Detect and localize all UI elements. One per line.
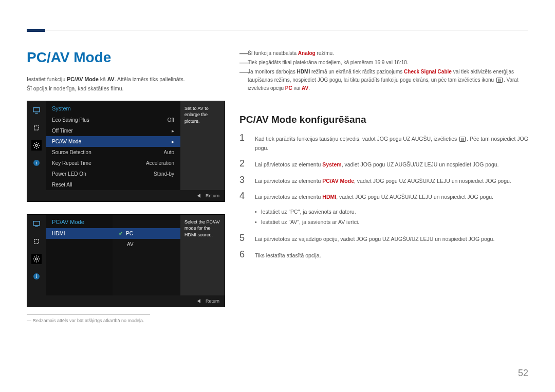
- osd-help-text: Select the PC/AV mode for the HDMI sourc…: [180, 215, 225, 295]
- step-num: 4: [239, 191, 249, 202]
- svg-text:i: i: [36, 274, 38, 279]
- osd-opt-pc[interactable]: ✔PC: [113, 228, 180, 239]
- return-label[interactable]: Return: [206, 193, 219, 198]
- step-5: 5 Lai pārvietotos uz vajadzīgo opciju, v…: [239, 233, 528, 244]
- txt: Lai pārvietotos uz vajadzīgo opciju, vad…: [255, 233, 528, 244]
- label: Eco Saving Plus: [52, 117, 89, 123]
- return-label[interactable]: Return: [206, 298, 219, 304]
- txt: kā: [99, 76, 107, 82]
- label: HDMI: [52, 231, 65, 236]
- monitor-icon[interactable]: [31, 105, 42, 116]
- step-2: 2 Lai pārvietotos uz elementu System, va…: [239, 158, 528, 170]
- note-2: ― Tiek piegādāts tikai platekrāna modeļi…: [239, 59, 528, 67]
- label: AV: [127, 241, 134, 247]
- kw-hdmi: HDMI: [297, 69, 310, 74]
- osd-row-eco[interactable]: Eco Saving PlusOff: [46, 115, 180, 125]
- left-column: PC/AV Mode Iestatiet funkciju PC/AV Mode…: [27, 49, 227, 323]
- kw-check-cable: Check Signal Cable: [404, 69, 452, 74]
- step-4: 4 Lai pārvietotos uz elementu HDMI, vadi…: [239, 191, 528, 202]
- step4-bullets: Iestatiet uz "PC", ja savienots ar dator…: [255, 207, 528, 228]
- svg-rect-8: [34, 239, 39, 244]
- svg-rect-6: [33, 221, 40, 225]
- gear-icon[interactable]: [31, 140, 42, 151]
- txt: Tiek piegādāts tikai platekrāna modeļiem…: [248, 59, 528, 67]
- osd-options: ✔PC AV: [113, 215, 180, 295]
- osd-row-source[interactable]: Source DetectionAuto: [46, 147, 180, 158]
- nav-left-icon[interactable]: [197, 194, 200, 198]
- osd-opt-av[interactable]: AV: [113, 239, 180, 250]
- osd-main: System Eco Saving PlusOff Off Timer▸ PC/…: [46, 101, 180, 190]
- osd-row-hdmi[interactable]: HDMI: [46, 228, 113, 239]
- label: PC/AV Mode: [52, 139, 81, 144]
- osd-row-keyrepeat[interactable]: Key Repeat TimeAcceleration: [46, 158, 180, 169]
- bullet-av: Iestatiet uz "AV", ja savienots ar AV ie…: [255, 217, 528, 228]
- osd-system-menu: i System Eco Saving PlusOff Off Timer▸ P…: [27, 101, 225, 202]
- txt: Tiks iestatīta atlasītā opcija.: [255, 249, 528, 260]
- steps: 1 Kad tiek parādīts funkcijas taustiņu c…: [239, 133, 528, 260]
- txt: , vadiet JOG pogu UZ AUGŠU/UZ LEJU un no…: [354, 178, 511, 184]
- svg-rect-2: [34, 126, 39, 130]
- osd-rail: i: [27, 215, 46, 295]
- kw-pcav: PC/AV Mode: [67, 76, 99, 82]
- label: Source Detection: [52, 150, 91, 155]
- bullet-pc: Iestatiet uz "PC", ja savienots ar dator…: [255, 207, 528, 217]
- txt: Lai pārvietotos uz elementu: [255, 194, 322, 200]
- txt: , vadiet JOG pogu UZ AUGŠU/UZ LEJU un no…: [336, 194, 493, 200]
- label: Key Repeat Time: [52, 160, 91, 166]
- gear-icon[interactable]: [31, 254, 42, 264]
- kw-pc: PC: [285, 85, 292, 91]
- step-6: 6 Tiks iestatīta atlasītā opcija.: [239, 249, 528, 260]
- info-icon[interactable]: i: [31, 158, 42, 168]
- txt: Lai pārvietotos uz elementu: [255, 161, 322, 167]
- menu-icon: [459, 137, 466, 142]
- kw-pcav: PC/AV Mode: [322, 178, 354, 184]
- page-number: 52: [518, 368, 528, 379]
- kw-analog: Analog: [298, 50, 316, 56]
- intro-line-1: Iestatiet funkciju PC/AV Mode kā AV. Att…: [27, 75, 227, 84]
- svg-point-3: [35, 144, 38, 146]
- osd-row-powerled[interactable]: Power LED OnStand-by: [46, 169, 180, 179]
- note-3: ― Ja monitors darbojas HDMI režīmā un ek…: [239, 68, 528, 92]
- kw-av: AV: [302, 85, 308, 91]
- step-num: 5: [239, 233, 249, 244]
- txt: Ja monitors darbojas: [248, 69, 297, 74]
- osd-row-pcav[interactable]: PC/AV Mode▸: [46, 136, 180, 147]
- label: PC: [126, 231, 133, 236]
- txt: režīmā un ekrānā tiek rādīts paziņojums: [310, 69, 404, 74]
- txt: Redzamais attēls var būt atšķirīgs atkar…: [33, 318, 144, 323]
- txt: . Attēla izmērs tiks palielināts.: [115, 76, 185, 82]
- osd-row-offtimer[interactable]: Off Timer▸: [46, 125, 180, 136]
- nav-left-icon[interactable]: [197, 299, 200, 303]
- kw-system: System: [322, 161, 341, 167]
- footnote: ― Redzamais attēls var būt atšķirīgs atk…: [27, 318, 227, 323]
- page-content: PC/AV Mode Iestatiet funkciju PC/AV Mode…: [27, 49, 528, 323]
- osd-row-reset[interactable]: Reset All: [46, 179, 180, 190]
- txt: Iestatiet funkciju: [27, 76, 67, 82]
- note-1: ― Šī funkcija neatbalsta Analog režīmu.: [239, 49, 528, 58]
- expand-icon[interactable]: [31, 123, 42, 133]
- kw-av: AV: [107, 76, 115, 82]
- expand-icon[interactable]: [31, 236, 42, 247]
- value: ▸: [172, 139, 174, 144]
- info-icon[interactable]: i: [31, 271, 42, 282]
- osd-help-text: Set to AV to enlarge the picture.: [180, 101, 225, 190]
- value: ▸: [172, 128, 174, 134]
- monitor-icon[interactable]: [31, 219, 42, 229]
- txt: režīmu.: [316, 50, 334, 56]
- intro-line-2: Šī opcija ir noderīga, kad skatāties fil…: [27, 84, 227, 94]
- svg-point-9: [35, 258, 38, 260]
- osd-pcav-menu: i PC/AV Mode HDMI ✔PC AV Select the PC/A…: [27, 214, 225, 307]
- step-num: 6: [239, 249, 249, 260]
- osd-title: PC/AV Mode: [46, 215, 113, 228]
- step-num: 1: [239, 133, 249, 153]
- osd-footer: Return: [27, 295, 225, 307]
- section-title: PC/AV Mode konfigurēšana: [239, 114, 528, 125]
- osd-rail: i: [27, 101, 46, 190]
- txt: Lai pārvietotos uz elementu: [255, 178, 322, 184]
- step-num: 2: [239, 158, 249, 170]
- step-1: 1 Kad tiek parādīts funkcijas taustiņu c…: [239, 133, 528, 153]
- svg-text:i: i: [36, 160, 38, 165]
- osd-submenu-left: PC/AV Mode HDMI: [46, 215, 113, 295]
- value: Stand-by: [154, 171, 174, 177]
- kw-hdmi: HDMI: [322, 194, 336, 200]
